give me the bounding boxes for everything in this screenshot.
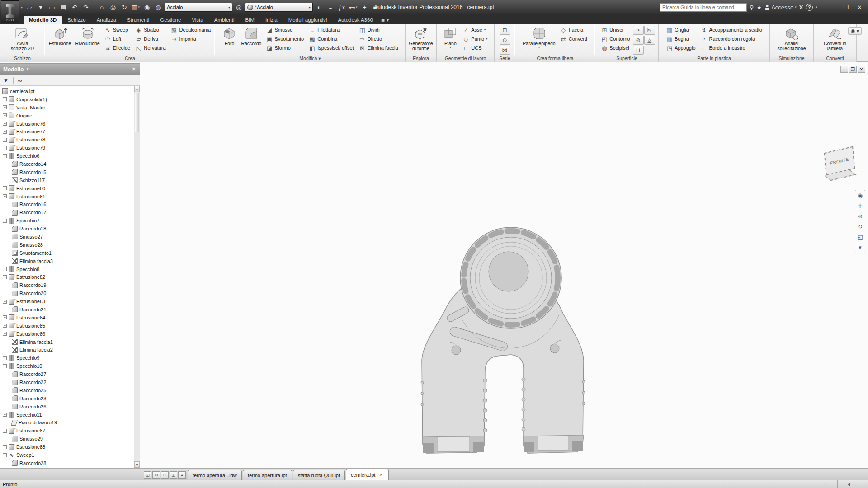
tile-horizontal-button[interactable]: ⊟ — [161, 471, 169, 479]
tree-item-raccordo27[interactable]: Raccordo27 — [2, 370, 134, 378]
maximize-button[interactable]: ❐ — [839, 2, 853, 13]
tree-item-raccordo28[interactable]: Raccordo28 — [2, 459, 134, 467]
tree-item-smusso27[interactable]: Smusso27 — [2, 233, 134, 241]
filter-icon[interactable]: ▼ — [3, 77, 9, 84]
cascade-windows-button[interactable]: ◱ — [144, 471, 151, 479]
document-tab-fermo-apertura-ipt[interactable]: fermo apertura.ipt — [243, 470, 292, 480]
tree-item-raccordo15[interactable]: Raccordo15 — [2, 168, 134, 176]
accoppiamento-a-scatto-button[interactable]: ↯Accoppiamento a scatto — [698, 25, 764, 34]
panel-label-schizzo[interactable]: Schizzo — [0, 55, 45, 62]
open-button[interactable]: ▭ — [47, 2, 57, 12]
griglia-button[interactable]: ▦Griglia — [664, 25, 698, 34]
tree-item-estrusione82[interactable]: +Estrusione82 — [2, 273, 134, 281]
help-search-input[interactable] — [660, 3, 747, 12]
converti-button[interactable]: ⇄Converti — [558, 34, 590, 43]
tree-item-estrusione87[interactable]: +Estrusione87 — [2, 427, 134, 435]
expand-plus-icon[interactable]: + — [3, 453, 7, 457]
tree-item-estrusione80[interactable]: +Estrusione80 — [2, 184, 134, 192]
help-button[interactable]: ? — [806, 4, 813, 11]
document-tab-fermo-apertura-idw[interactable]: fermo apertura...idw — [188, 470, 242, 480]
panel-label-simulazione[interactable]: Simulazione — [770, 55, 813, 62]
expand-plus-icon[interactable]: + — [3, 315, 7, 319]
tree-item-estrusione79[interactable]: +Estrusione79 — [2, 144, 134, 152]
tile-windows-button[interactable]: ⊞ — [152, 471, 160, 479]
save-button[interactable]: ▤ — [58, 2, 68, 12]
decalcomania-button[interactable]: ▧Decalcomania — [169, 25, 213, 34]
tree-item-estrusione76[interactable]: +Estrusione76 — [2, 120, 134, 128]
svuotamento-button[interactable]: ▣Svuotamento — [264, 34, 306, 43]
ribbon-tab-gestione[interactable]: Gestione — [155, 16, 186, 24]
tree-item-vista-master[interactable]: +Vista: Master — [2, 103, 134, 112]
clear-overrides-button[interactable]: ◒ — [326, 2, 335, 12]
panel-label-esplora[interactable]: Esplora — [406, 55, 436, 62]
document-tab-staffa-ruota-q58-ipt[interactable]: staffa ruota Q58.ipt — [293, 470, 345, 480]
expand-plus-icon[interactable]: + — [3, 113, 7, 117]
elimina-faccia-button[interactable]: ⊠Elimina faccia — [357, 43, 401, 52]
redo-button[interactable]: ↷ — [81, 2, 91, 12]
expand-plus-icon[interactable]: + — [3, 130, 7, 134]
ribbon-tab-strumenti[interactable]: Strumenti — [122, 16, 155, 24]
ribbon-tab-moduli-aggiuntivi[interactable]: Moduli aggiuntivi — [283, 16, 333, 24]
scroll-down-icon[interactable]: ▼ — [134, 461, 140, 468]
tree-item-estrusione85[interactable]: +Estrusione85 — [2, 322, 134, 330]
asse-button[interactable]: ∕Asse▾ — [460, 25, 490, 34]
scrollbar-thumb[interactable] — [135, 93, 139, 132]
expand-plus-icon[interactable]: + — [3, 154, 7, 158]
tree-item-specchio8[interactable]: +Specchio8 — [2, 265, 134, 273]
tree-item-origine[interactable]: +Origine — [2, 112, 134, 120]
new-file-button[interactable]: ▱ — [24, 2, 34, 12]
browser-header[interactable]: Modello ▼ ✕ — [0, 64, 140, 75]
tree-item-specchio11[interactable]: +Specchio11 — [2, 411, 134, 419]
tree-item-estrusione84[interactable]: +Estrusione84 — [2, 314, 134, 322]
scroll-up-icon[interactable]: ▲ — [134, 86, 140, 92]
model-3d-part[interactable] — [409, 225, 622, 478]
tree-item-smusso28[interactable]: Smusso28 — [2, 241, 134, 249]
tree-item-raccordo20[interactable]: Raccordo20 — [2, 289, 134, 297]
panel-label-crea-forma-libera[interactable]: Crea forma libera — [515, 55, 595, 62]
expand-plus-icon[interactable]: + — [3, 364, 7, 368]
ruled-surface-button[interactable]: ◬ — [644, 36, 655, 45]
tree-item-elimina-faccia2[interactable]: Elimina faccia2 — [2, 346, 134, 354]
tree-item-corpi-solidi-1-[interactable]: +Corpi solidi(1) — [2, 95, 134, 103]
ribbon-tab-analizza[interactable]: Analizza — [91, 16, 122, 24]
hole-button[interactable]: Foro — [220, 25, 239, 55]
scolpisci-button[interactable]: ◍Scolpisci — [599, 43, 632, 52]
sweep-button[interactable]: ∿Sweep — [102, 25, 133, 34]
application-menu-button[interactable]: PRO — [1, 0, 19, 23]
loft-button[interactable]: ◠Loft — [102, 34, 133, 43]
expand-plus-icon[interactable]: + — [3, 146, 7, 150]
appearance-combo[interactable]: *Acciaio▾ — [245, 3, 313, 12]
ribbon-tab-vista[interactable]: Vista — [186, 16, 208, 24]
expand-plus-icon[interactable]: + — [3, 413, 7, 417]
tree-item-specchio9[interactable]: +Specchio9 — [2, 354, 134, 362]
browser-header-arrow-icon[interactable]: ▼ — [26, 67, 29, 71]
freeform-box-button[interactable]: Parallelepipedo▾ — [521, 25, 557, 55]
home-button[interactable]: ⌂ — [97, 2, 107, 12]
sformo-button[interactable]: ◪Sformo — [264, 43, 306, 52]
expand-plus-icon[interactable]: + — [3, 105, 7, 109]
help-dropdown-arrow[interactable]: ▾ — [816, 5, 817, 9]
expand-plus-icon[interactable]: + — [3, 275, 7, 279]
doc-close-button[interactable]: ✕ — [858, 66, 865, 73]
tree-item-estrusione83[interactable]: +Estrusione83 — [2, 297, 134, 305]
viewcube[interactable]: FRONTE — [821, 147, 863, 183]
appearance-globe-button[interactable]: ◍ — [153, 2, 163, 12]
combina-button[interactable]: ▩Combina — [307, 34, 356, 43]
tree-item-smusso29[interactable]: Smusso29 — [2, 435, 134, 443]
exchange-apps-button[interactable]: X — [799, 4, 803, 11]
tree-item-sweep1[interactable]: +∿Sweep1 — [2, 451, 134, 459]
ribbon-collapse-button[interactable]: ◉ ▾ — [848, 27, 862, 35]
ribbon-tab-schizzo[interactable]: Schizzo — [62, 16, 91, 24]
orbit-icon[interactable]: ↻ — [858, 224, 863, 230]
parameters-button[interactable]: ƒx — [337, 2, 347, 12]
elicoide-button[interactable]: ≋Elicoide — [102, 43, 133, 52]
expand-plus-icon[interactable]: + — [3, 445, 7, 449]
image-dropdown[interactable]: ▥▾ — [131, 2, 141, 12]
start-2d-sketch-button[interactable]: Avviaschizzo 2D▾ — [9, 25, 36, 55]
panel-label-parte-in-plastica[interactable]: Parte in plastica — [659, 55, 769, 62]
bordo-a-incastro-button[interactable]: ⌐Bordo a incastro — [698, 43, 764, 52]
search-icon[interactable]: ⚲ — [750, 4, 754, 11]
extrude-button[interactable]: Estrusione — [47, 25, 73, 55]
document-update-button[interactable]: ↻ — [119, 2, 129, 12]
look-at-icon[interactable]: ◱ — [857, 234, 863, 240]
